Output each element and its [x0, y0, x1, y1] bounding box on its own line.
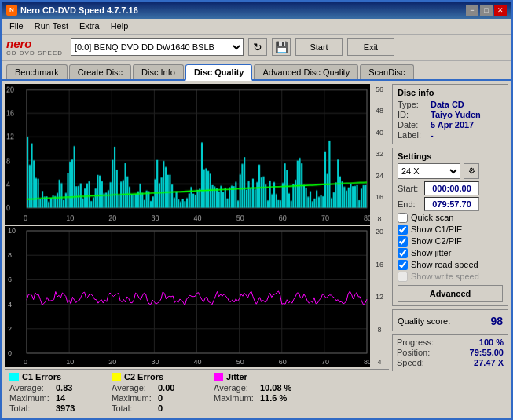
- tab-disc-info[interactable]: Disc Info: [133, 64, 184, 79]
- menu-run-test[interactable]: Run Test: [30, 20, 73, 31]
- app-logo: nero CD·DVD SPEED: [6, 38, 63, 57]
- menu-extra[interactable]: Extra: [75, 20, 104, 31]
- chart1-wrapper: 56 48 40 32 24 16 8: [5, 84, 389, 225]
- settings-box: Settings 24 X Max 4 X 8 X 16 X 32 X 40 X…: [392, 148, 508, 306]
- tab-disc-quality[interactable]: Disc Quality: [185, 64, 253, 81]
- show-c2pif-label: Show C2/PIF: [411, 236, 462, 246]
- jitter-header: Jitter: [214, 372, 300, 382]
- show-jitter-label: Show jitter: [411, 248, 451, 257]
- c1-header: C1 Errors: [9, 372, 96, 382]
- drive-selector[interactable]: [0:0] BENQ DVD DD DW1640 BSLB: [71, 38, 244, 56]
- jitter-stats: Jitter Average: 10.08 % Maximum: 11.6 %: [214, 372, 300, 413]
- app-icon: N: [6, 5, 17, 16]
- quality-score-box: Quality score: 98: [392, 309, 508, 331]
- show-c1pie-label: Show C1/PIE: [411, 225, 462, 234]
- chart2-y-axis-right: 20 16 12 8 4: [370, 226, 389, 367]
- start-button[interactable]: Start: [295, 38, 343, 56]
- advanced-button[interactable]: Advanced: [398, 285, 503, 302]
- chart2-wrapper: 20 16 12 8 4: [5, 226, 389, 367]
- menubar: File Run Test Extra Help: [2, 19, 511, 35]
- quality-score-label: Quality score:: [398, 316, 450, 326]
- show-c2pif-checkbox[interactable]: [398, 236, 408, 247]
- show-write-speed-label: Show write speed: [411, 272, 479, 281]
- menu-help[interactable]: Help: [106, 20, 134, 31]
- tab-create-disc[interactable]: Create Disc: [69, 64, 131, 79]
- main-window: N Nero CD-DVD Speed 4.7.7.16 − □ ✕ File …: [0, 0, 513, 420]
- stats-area: C1 Errors Average: 0.83 Maximum: 14 Tota…: [5, 369, 389, 415]
- show-read-speed-label: Show read speed: [411, 260, 478, 269]
- settings-icon-button[interactable]: ⚙: [464, 163, 479, 179]
- maximize-button[interactable]: □: [480, 5, 493, 16]
- tab-bar: Benchmark Create Disc Disc Info Disc Qua…: [2, 61, 511, 81]
- settings-title: Settings: [398, 152, 503, 161]
- right-panel: Disc info Type: Data CD ID: Taiyo Yuden …: [392, 84, 508, 415]
- disc-info-title: Disc info: [398, 88, 503, 97]
- c2-legend-icon: [112, 373, 121, 381]
- disc-info-box: Disc info Type: Data CD ID: Taiyo Yuden …: [392, 84, 508, 144]
- titlebar: N Nero CD-DVD Speed 4.7.7.16 − □ ✕: [2, 2, 511, 19]
- c1-errors-stats: C1 Errors Average: 0.83 Maximum: 14 Tota…: [9, 372, 96, 413]
- charts-area: 56 48 40 32 24 16 8 20 16 12 8 4: [5, 84, 389, 415]
- quality-score-value: 98: [490, 315, 503, 327]
- main-content: 56 48 40 32 24 16 8 20 16 12 8 4: [2, 81, 511, 418]
- show-c1pie-checkbox[interactable]: [398, 225, 408, 235]
- show-read-speed-checkbox[interactable]: [398, 260, 408, 270]
- show-jitter-checkbox[interactable]: [398, 248, 408, 258]
- c2-errors-stats: C2 Errors Average: 0.00 Maximum: 0 Total…: [112, 372, 198, 413]
- window-controls: − □ ✕: [466, 5, 507, 16]
- start-time-input[interactable]: [424, 181, 479, 195]
- toolbar: nero CD·DVD SPEED [0:0] BENQ DVD DD DW16…: [2, 35, 511, 61]
- exit-button[interactable]: Exit: [347, 38, 394, 56]
- c2-header: C2 Errors: [112, 372, 198, 382]
- window-title: Nero CD-DVD Speed 4.7.7.16: [20, 5, 138, 15]
- chart1-y-axis-right: 56 48 40 32 24 16 8: [370, 84, 389, 225]
- end-time-input[interactable]: [424, 197, 479, 211]
- jitter-chart: [5, 226, 370, 367]
- c1-legend-icon: [9, 373, 19, 381]
- svg-rect-0: [9, 373, 19, 381]
- quick-scan-checkbox[interactable]: [398, 213, 408, 223]
- svg-rect-2: [214, 373, 223, 381]
- speed-selector[interactable]: 24 X Max 4 X 8 X 16 X 32 X 40 X 48 X: [398, 163, 460, 179]
- svg-rect-1: [112, 373, 121, 381]
- tab-advanced-disc-quality[interactable]: Advanced Disc Quality: [254, 64, 358, 79]
- progress-box: Progress: 100 % Position: 79:55.00 Speed…: [392, 334, 508, 371]
- minimize-button[interactable]: −: [466, 5, 478, 16]
- menu-file[interactable]: File: [5, 20, 28, 31]
- show-write-speed-checkbox[interactable]: [398, 272, 408, 282]
- quick-scan-label: Quick scan: [411, 213, 453, 222]
- logo-sub: CD·DVD SPEED: [6, 49, 63, 57]
- tab-scandisc[interactable]: ScanDisc: [360, 64, 413, 79]
- tab-benchmark[interactable]: Benchmark: [6, 64, 68, 79]
- reload-button[interactable]: ↻: [248, 38, 267, 56]
- close-button[interactable]: ✕: [494, 5, 507, 16]
- jitter-legend-icon: [214, 373, 223, 381]
- save-button[interactable]: 💾: [272, 38, 291, 56]
- c1-errors-chart: [5, 84, 370, 225]
- logo-text: nero: [6, 38, 63, 49]
